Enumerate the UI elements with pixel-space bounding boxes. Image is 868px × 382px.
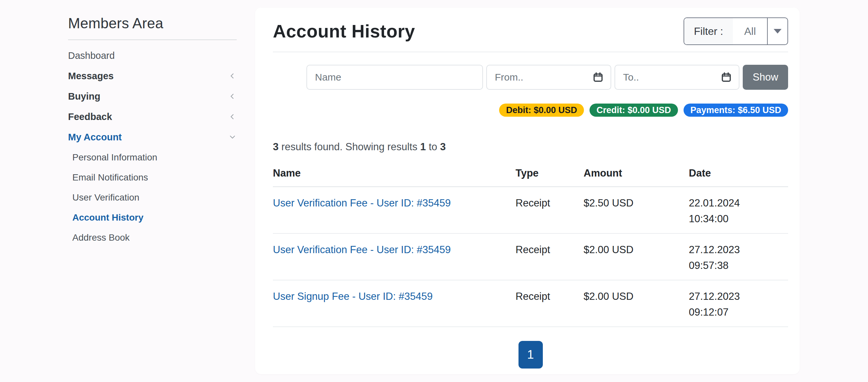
filter-caret-button[interactable] — [767, 18, 787, 44]
chevron-left-icon — [228, 113, 237, 121]
sidebar-item-address-book[interactable]: Address Book — [68, 227, 237, 248]
totals-badges: Debit: $0.00 USD Credit: $0.00 USD Payme… — [273, 103, 788, 117]
results-to: 3 — [440, 141, 445, 153]
sidebar-item-email-notifications[interactable]: Email Notifications — [68, 167, 237, 187]
sidebar-item-user-verification[interactable]: User Verification — [68, 187, 237, 208]
sidebar-item-personal-information[interactable]: Personal Information — [68, 147, 237, 167]
date-value: 22.01.2024 — [689, 196, 788, 211]
column-header-date: Date — [689, 167, 788, 187]
sidebar-divider — [68, 39, 237, 40]
sidebar-item-feedback[interactable]: Feedback — [68, 106, 237, 127]
amount-cell: $2.00 USD — [584, 280, 689, 327]
type-cell: Receipt — [516, 187, 584, 233]
date-value: 27.12.2023 — [689, 243, 788, 257]
show-button[interactable]: Show — [743, 65, 788, 90]
sidebar-item-label: Address Book — [72, 232, 129, 243]
sidebar-title: Members Area — [68, 15, 237, 32]
results-count: 3 — [273, 141, 278, 153]
credit-badge: Credit: $0.00 USD — [590, 103, 678, 117]
sidebar-item-account-history[interactable]: Account History — [68, 208, 237, 227]
table-header-row: Name Type Amount Date — [273, 167, 788, 187]
from-date-field — [486, 65, 611, 90]
sidebar-item-label: My Account — [68, 132, 122, 143]
main-content-card: Account History Filter : All — [255, 7, 800, 374]
chevron-left-icon — [228, 72, 237, 80]
amount-cell: $2.50 USD — [584, 187, 689, 233]
sidebar-item-label: User Verification — [72, 192, 140, 203]
sidebar-item-buying[interactable]: Buying — [68, 86, 237, 106]
filter-form: Show — [273, 65, 788, 90]
date-value: 27.12.2023 — [689, 289, 788, 304]
transaction-link[interactable]: User Signup Fee - User ID: #35459 — [273, 291, 433, 302]
sidebar-item-label: Feedback — [68, 112, 112, 122]
results-from: 1 — [420, 141, 426, 153]
column-header-type: Type — [516, 167, 584, 187]
pagination-page-1-button[interactable]: 1 — [519, 341, 543, 369]
table-row: User Verification Fee - User ID: #35459 … — [273, 187, 788, 233]
filter-dropdown[interactable]: Filter : All — [684, 18, 788, 45]
debit-badge: Debit: $0.00 USD — [499, 103, 584, 117]
type-cell: Receipt — [516, 233, 584, 280]
name-input[interactable] — [306, 65, 483, 90]
sidebar-item-label: Email Notifications — [72, 172, 148, 183]
to-date-field — [615, 65, 739, 90]
table-row: User Verification Fee - User ID: #35459 … — [273, 233, 788, 280]
sidebar: Members Area Dashboard Messages Buying F… — [0, 0, 255, 374]
header-divider — [273, 52, 788, 52]
sidebar-item-label: Dashboard — [68, 50, 115, 61]
date-cell: 22.01.2024 10:34:00 — [689, 187, 788, 233]
results-text: results found. Showing results — [278, 141, 420, 153]
card-header: Account History Filter : All — [273, 18, 788, 45]
results-text: to — [426, 141, 440, 153]
date-cell: 27.12.2023 09:12:07 — [689, 280, 788, 327]
time-value: 10:34:00 — [689, 212, 788, 226]
to-date-input[interactable] — [615, 65, 739, 90]
sidebar-item-label: Messages — [68, 71, 114, 82]
sidebar-item-my-account[interactable]: My Account — [68, 127, 237, 147]
sidebar-item-messages[interactable]: Messages — [68, 66, 237, 86]
filter-label: Filter : — [684, 18, 733, 44]
sidebar-item-label: Account History — [72, 212, 143, 223]
time-value: 09:12:07 — [689, 305, 788, 320]
type-cell: Receipt — [516, 280, 584, 327]
caret-down-icon — [774, 29, 781, 34]
sidebar-item-dashboard[interactable]: Dashboard — [68, 45, 237, 66]
table-row: User Signup Fee - User ID: #35459 Receip… — [273, 280, 788, 327]
page-title: Account History — [273, 21, 415, 42]
date-cell: 27.12.2023 09:57:38 — [689, 233, 788, 280]
amount-cell: $2.00 USD — [584, 233, 689, 280]
pagination: 1 — [273, 341, 788, 369]
filter-selected-value: All — [733, 18, 767, 44]
page: Members Area Dashboard Messages Buying F… — [0, 0, 868, 374]
column-header-amount: Amount — [584, 167, 689, 187]
transaction-link[interactable]: User Verification Fee - User ID: #35459 — [273, 244, 451, 255]
chevron-down-icon — [228, 133, 237, 141]
column-header-name: Name — [273, 167, 516, 187]
time-value: 09:57:38 — [689, 258, 788, 273]
from-date-input[interactable] — [486, 65, 611, 90]
sidebar-item-label: Personal Information — [72, 152, 157, 163]
payments-badge: Payments: $6.50 USD — [684, 103, 788, 117]
sidebar-nav: Dashboard Messages Buying Feedback My Ac… — [68, 45, 237, 248]
results-summary: 3 results found. Showing results 1 to 3 — [273, 141, 788, 153]
chevron-left-icon — [228, 92, 237, 101]
transaction-link[interactable]: User Verification Fee - User ID: #35459 — [273, 197, 451, 209]
account-history-table: Name Type Amount Date User Verification … — [273, 167, 788, 327]
sidebar-item-label: Buying — [68, 91, 100, 102]
